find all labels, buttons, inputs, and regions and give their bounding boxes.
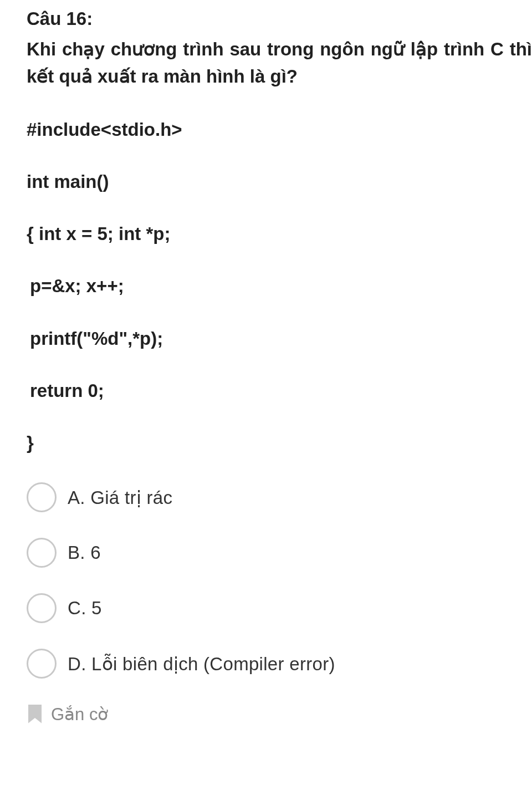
- options-group: A. Giá trị rác B. 6 C. 5 D. Lỗi biên dịc…: [27, 482, 532, 679]
- option-d-row[interactable]: D. Lỗi biên dịch (Compiler error): [27, 649, 532, 679]
- radio-a[interactable]: [27, 482, 57, 512]
- bookmark-icon: [27, 705, 43, 725]
- option-a-label: A. Giá trị rác: [68, 487, 172, 508]
- radio-b[interactable]: [27, 538, 57, 568]
- option-b-label: B. 6: [68, 542, 101, 563]
- question-number: Câu 16:: [27, 6, 532, 32]
- code-line-2: int main(): [27, 169, 532, 195]
- option-c-row[interactable]: C. 5: [27, 593, 532, 623]
- radio-d[interactable]: [27, 649, 57, 679]
- flag-button[interactable]: Gắn cờ: [27, 704, 532, 725]
- radio-c[interactable]: [27, 593, 57, 623]
- code-line-3: { int x = 5; int *p;: [27, 221, 532, 247]
- flag-label: Gắn cờ: [51, 704, 108, 725]
- code-line-5: printf("%d",*p);: [27, 326, 532, 351]
- code-line-6: return 0;: [27, 378, 532, 404]
- code-line-7: }: [27, 430, 532, 456]
- option-a-row[interactable]: A. Giá trị rác: [27, 482, 532, 512]
- option-b-row[interactable]: B. 6: [27, 538, 532, 568]
- option-c-label: C. 5: [68, 598, 102, 619]
- option-d-label: D. Lỗi biên dịch (Compiler error): [68, 653, 335, 675]
- question-prompt: Khi chạy chương trình sau trong ngôn ngữ…: [27, 35, 532, 90]
- code-line-4: p=&x; x++;: [27, 273, 532, 299]
- code-line-1: #include<stdio.h>: [27, 117, 532, 142]
